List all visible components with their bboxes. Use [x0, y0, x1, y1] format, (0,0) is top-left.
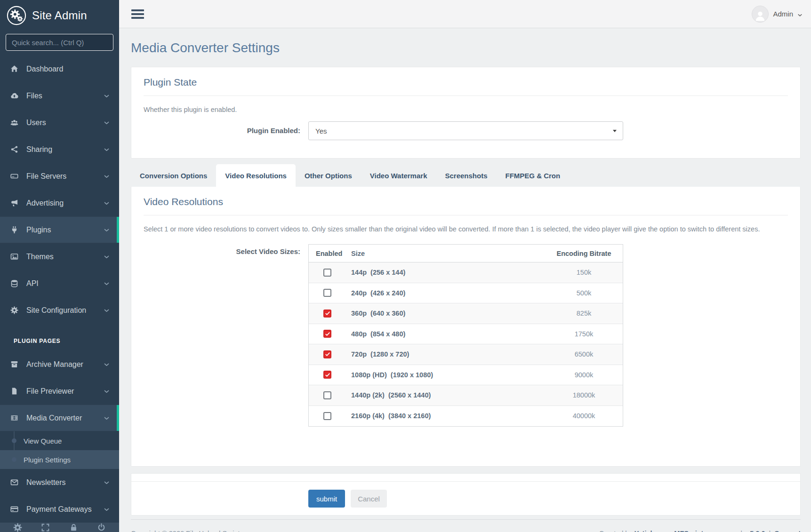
sidebar-item-plugins[interactable]: Plugins: [0, 216, 119, 243]
sidebar-item-label: Sharing: [26, 145, 104, 154]
sidebar: Site Admin DashboardFilesUsersSharingFil…: [0, 0, 119, 532]
sidebar-subitem-view-queue[interactable]: View Queue: [0, 431, 119, 450]
table-header-row: Enabled Size Encoding Bitrate: [309, 245, 623, 262]
sidebar-item-media-converter[interactable]: Media Converter: [0, 405, 119, 431]
sidebar-item-label: File Servers: [26, 172, 104, 181]
enabled-checkbox[interactable]: [323, 310, 331, 318]
user-name: Admin: [773, 10, 793, 18]
quick-search-input[interactable]: [6, 34, 113, 51]
enabled-checkbox[interactable]: [323, 371, 331, 379]
expand-icon[interactable]: [41, 523, 50, 532]
enabled-checkbox[interactable]: [323, 289, 331, 297]
power-icon[interactable]: [97, 523, 106, 532]
server-icon: [10, 172, 20, 180]
enabled-checkbox[interactable]: [323, 269, 331, 277]
size-cell: 1440p (2k) (2560 x 1440): [351, 391, 545, 399]
page-title: Media Converter Settings: [131, 28, 801, 67]
plug-icon: [10, 226, 20, 234]
enabled-checkbox[interactable]: [323, 350, 331, 358]
size-cell: 2160p (4k) (3840 x 2160): [351, 412, 545, 420]
table-row-480p: 480p (854 x 480)1750k: [309, 324, 623, 345]
sidebar-item-sharing[interactable]: Sharing: [0, 136, 119, 163]
bullhorn-icon: [10, 199, 20, 207]
sidebar-item-api[interactable]: API: [0, 270, 119, 297]
chevron-down-icon: [797, 11, 803, 16]
sidebar-item-label: Media Converter: [26, 414, 104, 422]
sidebar-item-advertising[interactable]: Advertising: [0, 190, 119, 216]
gear-icon[interactable]: [13, 523, 22, 532]
sidebar-item-dashboard[interactable]: Dashboard: [0, 56, 119, 82]
table-row-144p: 144p (256 x 144)150k: [309, 262, 623, 283]
sidebar-subitem-plugin-settings[interactable]: Plugin Settings: [0, 450, 119, 469]
cancel-button[interactable]: Cancel: [351, 490, 387, 508]
tab-conversion-options[interactable]: Conversion Options: [131, 164, 216, 187]
credit-text: Created by Yetishare, a MFScripts compan…: [599, 530, 801, 532]
image-icon: [10, 253, 20, 261]
chevron-down-icon: [104, 93, 110, 99]
chevron-down-icon: [104, 200, 110, 206]
sidebar-item-label: Advertising: [26, 199, 104, 207]
chevron-down-icon: [104, 361, 110, 367]
select-caret-icon: [613, 130, 617, 132]
enabled-checkbox[interactable]: [323, 412, 331, 420]
enabled-checkbox[interactable]: [323, 391, 331, 399]
sidebar-item-label: API: [26, 279, 104, 288]
sidebar-item-payment-gateways[interactable]: Payment Gateways: [0, 496, 119, 523]
sidebar-item-label: Newsletters: [26, 478, 104, 487]
brand: Site Admin: [0, 0, 119, 31]
plugin-pages-heading: PLUGIN PAGES: [0, 324, 119, 351]
envelope-icon: [10, 478, 20, 486]
sidebar-item-label: Site Configuration: [26, 306, 104, 315]
avatar: [752, 6, 769, 23]
video-sizes-table: Enabled Size Encoding Bitrate 144p (256 …: [308, 244, 623, 427]
footer-text: |: [737, 530, 746, 532]
footer-text: Created by: [599, 530, 634, 532]
tab-screenshots[interactable]: Screenshots: [436, 164, 496, 187]
enabled-checkbox[interactable]: [323, 330, 331, 338]
sidebar-item-newsletters[interactable]: Newsletters: [0, 469, 119, 496]
file-icon: [10, 387, 20, 395]
size-cell: 480p (854 x 480): [351, 330, 545, 338]
sidebar-item-file-servers[interactable]: File Servers: [0, 163, 119, 190]
table-row-360p: 360p (640 x 360)825k: [309, 303, 623, 324]
plugin-enabled-label: Plugin Enabled:: [144, 121, 300, 140]
sidebar-item-files[interactable]: Files: [0, 82, 119, 109]
table-row-1440p: 1440p (2k) (2560 x 1440)18000k: [309, 385, 623, 406]
sidebar-item-label: Dashboard: [26, 65, 110, 73]
submenu-media-converter: View QueuePlugin Settings: [0, 431, 119, 469]
size-cell: 720p (1280 x 720): [351, 350, 545, 358]
user-menu[interactable]: Admin: [752, 6, 803, 23]
video-resolutions-card: Video Resolutions Select 1 or more video…: [131, 187, 801, 467]
footer-link-yetishare[interactable]: Yetishare: [634, 530, 665, 532]
plugin-state-description: Whether this plugin is enabled.: [144, 106, 788, 113]
tab-ffmpeg-cron[interactable]: FFMPEG & Cron: [497, 164, 570, 187]
users-icon: [10, 119, 20, 127]
sidebar-item-label: Payment Gateways: [26, 505, 104, 514]
size-cell: 1080p (HD) (1920 x 1080): [351, 371, 545, 379]
sidebar-item-site-configuration[interactable]: Site Configuration: [0, 297, 119, 324]
tab-video-watermark[interactable]: Video Watermark: [361, 164, 436, 187]
submit-button[interactable]: submit: [308, 490, 345, 508]
sidebar-item-archive-manager[interactable]: Archive Manager: [0, 351, 119, 378]
tab-video-resolutions[interactable]: Video Resolutions: [216, 164, 296, 187]
table-row-2160p: 2160p (4k) (3840 x 2160)40000k: [309, 406, 623, 427]
form-actions-card: submit Cancel: [131, 473, 801, 516]
chevron-down-icon: [104, 173, 110, 179]
footer-link-support[interactable]: Support: [774, 530, 801, 532]
sidebar-item-users[interactable]: Users: [0, 109, 119, 136]
video-resolutions-heading: Video Resolutions: [144, 196, 788, 207]
sidebar-item-file-previewer[interactable]: File Previewer: [0, 378, 119, 405]
footer-link-mfscripts[interactable]: MFScripts: [674, 530, 707, 532]
size-cell: 144p (256 x 144): [351, 269, 545, 276]
sidebar-item-themes[interactable]: Themes: [0, 243, 119, 270]
lock-icon[interactable]: [69, 523, 78, 532]
chevron-down-icon: [104, 119, 110, 126]
home-icon: [10, 65, 20, 73]
size-cell: 360p (640 x 360): [351, 310, 545, 317]
tab-other-options[interactable]: Other Options: [296, 164, 361, 187]
col-header-size: Size: [351, 250, 545, 257]
brand-name: Site Admin: [32, 9, 87, 22]
hamburger-menu-icon[interactable]: [131, 8, 144, 21]
table-row-1080p: 1080p (HD) (1920 x 1080)9000k: [309, 365, 623, 386]
plugin-enabled-select[interactable]: Yes: [308, 121, 623, 140]
